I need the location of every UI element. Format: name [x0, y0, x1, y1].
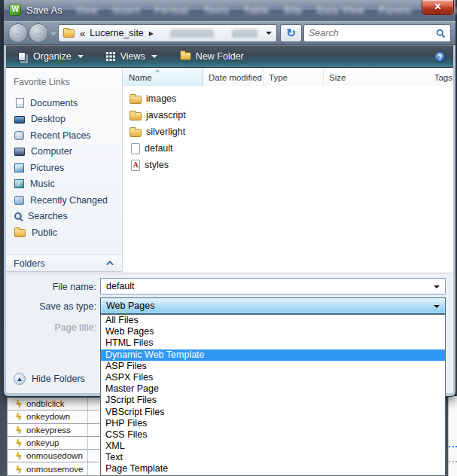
favorite-links-list: Documents Desktop Recent Places	[6, 95, 122, 241]
chevron-down-icon[interactable]	[434, 305, 440, 308]
favorite-link-label: Pictures	[30, 163, 64, 173]
recent-pages-caret-icon[interactable]	[50, 32, 56, 35]
column-header[interactable]: Size	[324, 68, 429, 86]
file-type-option[interactable]: Master Page	[101, 383, 445, 395]
help-icon[interactable]	[434, 51, 446, 63]
column-header[interactable]: Date modified	[203, 68, 264, 86]
blurred-ghost	[232, 29, 257, 38]
favorite-link-icon	[14, 131, 24, 140]
navigation-bar: « Lucerne_site ▶	[4, 21, 455, 45]
folders-expander[interactable]: Folders	[6, 255, 122, 272]
search-box[interactable]	[303, 24, 451, 42]
file-type-option[interactable]: ASP Files	[101, 361, 445, 372]
file-row[interactable]: silverlight	[123, 124, 453, 140]
breadcrumb-arrow-icon[interactable]: ▶	[149, 30, 154, 37]
organize-label: Organize	[33, 51, 72, 62]
favorite-link-label: Music	[30, 178, 55, 189]
breadcrumb-location[interactable]: Lucerne_site	[90, 28, 144, 38]
blurred-ghost	[170, 29, 214, 38]
file-type-option[interactable]: JScript Files	[101, 395, 445, 406]
file-type-option[interactable]: XML	[101, 441, 445, 452]
favorite-link-item[interactable]: Pictures	[6, 160, 122, 176]
app-background: ondblclick onkeydown onkeypress onkeyup …	[0, 0, 457, 476]
file-row[interactable]: default	[123, 140, 453, 157]
background-panel-edge	[448, 396, 457, 476]
views-button[interactable]: Views	[99, 47, 163, 66]
favorite-link-icon	[14, 179, 24, 188]
folder-icon	[63, 29, 75, 38]
favorite-link-item[interactable]: Recently Changed	[6, 192, 122, 209]
event-property-label: onmousedown	[26, 451, 83, 460]
organize-icon	[18, 52, 26, 61]
file-type-option[interactable]: CSS Files	[101, 429, 445, 441]
address-bar[interactable]: « Lucerne_site ▶	[58, 24, 277, 42]
file-type-option[interactable]: HTML Files	[101, 337, 445, 349]
hide-folders-label: Hide Folders	[32, 374, 85, 384]
file-row[interactable]: javascript	[123, 107, 453, 124]
favorite-link-item[interactable]: Documents	[6, 95, 122, 111]
event-property-row[interactable]: ondblclick	[8, 398, 102, 410]
file-type-icon	[129, 129, 142, 137]
event-property-row[interactable]: onmousedown	[8, 450, 102, 462]
file-type-option[interactable]: Text	[101, 452, 445, 463]
file-type-option[interactable]: PHP Files	[101, 418, 445, 429]
close-button[interactable]	[422, 0, 454, 15]
expression-web-app-icon	[9, 4, 21, 16]
breadcrumb-overflow-chevrons[interactable]: «	[80, 28, 85, 39]
file-row[interactable]: styles	[123, 157, 453, 173]
event-property-row[interactable]: onkeypress	[8, 424, 102, 437]
organize-button[interactable]: Organize	[12, 47, 90, 66]
event-bolt-icon	[14, 450, 24, 461]
new-folder-icon	[180, 52, 191, 60]
column-header[interactable]: Type	[264, 68, 324, 86]
favorite-link-label: Recent Places	[30, 130, 91, 141]
new-folder-button[interactable]: New Folder	[174, 47, 250, 66]
search-input[interactable]	[309, 28, 436, 38]
favorite-link-item[interactable]: Recent Places	[6, 127, 122, 144]
file-type-option[interactable]: ASPX Files	[101, 372, 445, 383]
collapse-arrow-icon	[14, 373, 26, 385]
blurred-menu-item: Site	[284, 5, 303, 16]
favorite-link-label: Documents	[30, 98, 78, 108]
file-row[interactable]: images	[123, 90, 453, 107]
file-name-combobox[interactable]: default	[100, 278, 446, 294]
favorite-link-icon	[16, 98, 24, 108]
column-header[interactable]: Name	[123, 68, 203, 86]
back-button[interactable]	[8, 23, 28, 43]
event-bolt-icon	[14, 411, 24, 422]
file-type-option[interactable]: All Files	[101, 315, 445, 326]
favorite-link-item[interactable]: Music	[6, 176, 122, 193]
file-type-option[interactable]: Web Pages	[101, 326, 445, 337]
event-property-label: ondblclick	[26, 399, 65, 408]
favorite-link-label: Desktop	[31, 114, 66, 124]
event-bolt-icon	[14, 464, 24, 474]
column-header[interactable]: Tags	[429, 68, 453, 86]
refresh-button[interactable]	[280, 24, 302, 42]
file-type-option[interactable]: Dynamic Web Template	[101, 349, 445, 361]
hide-folders-button[interactable]: Hide Folders	[14, 373, 85, 385]
file-name: styles	[145, 160, 169, 170]
address-dropdown-icon[interactable]	[266, 32, 272, 35]
favorite-link-item[interactable]: Desktop	[6, 111, 122, 128]
event-property-row[interactable]: onmousemove	[8, 462, 102, 475]
title-bar[interactable]: Save As View Insert Format Tools Table S…	[4, 0, 455, 21]
chevron-down-icon[interactable]	[434, 285, 440, 288]
event-property-row[interactable]: onkeyup	[8, 437, 102, 450]
favorite-link-item[interactable]: Public	[6, 224, 122, 241]
favorite-link-icon	[14, 212, 22, 220]
favorite-links-header: Favorite Links	[14, 77, 70, 87]
save-as-type-combobox[interactable]: Web Pages	[100, 298, 446, 314]
search-icon[interactable]	[436, 29, 446, 38]
blurred-menu-item: View	[75, 5, 98, 16]
event-property-label: onkeydown	[26, 412, 70, 421]
file-name: images	[146, 93, 176, 104]
favorite-link-icon	[14, 148, 25, 156]
file-type-option[interactable]: VBScript Files	[101, 407, 445, 418]
blurred-menu-item: Format	[154, 5, 188, 16]
favorite-link-item[interactable]: Computer	[6, 144, 122, 160]
page-title-label: Page title:	[6, 322, 96, 333]
favorite-link-item[interactable]: Searches	[6, 209, 122, 225]
forward-button[interactable]	[29, 23, 48, 43]
event-property-row[interactable]: onkeydown	[8, 410, 102, 423]
file-type-option[interactable]: Page Template	[101, 463, 445, 474]
